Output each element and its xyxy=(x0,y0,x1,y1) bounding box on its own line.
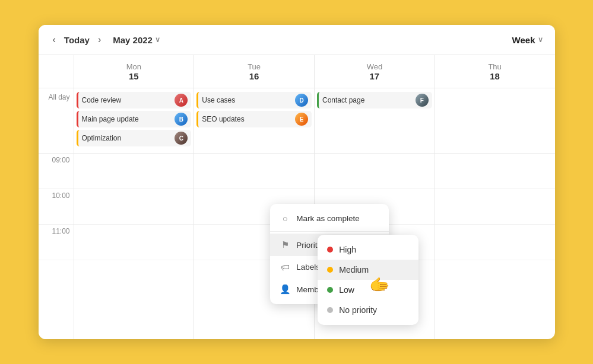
check-circle-icon: ○ xyxy=(280,213,290,223)
time-day-col-thu xyxy=(435,154,555,339)
day-name-tue: Tue xyxy=(248,62,261,71)
time-cell-wed-9 xyxy=(315,154,435,189)
day-name-wed: Wed xyxy=(367,62,383,71)
allday-label: All day xyxy=(39,88,74,154)
ctx-mark-complete[interactable]: ○ Mark as complete xyxy=(270,207,389,229)
avatar-1: A xyxy=(175,94,188,107)
priority-medium[interactable]: Medium xyxy=(318,260,418,280)
day-col-thu xyxy=(435,88,555,153)
event-seo-updates[interactable]: SEO updates E xyxy=(196,111,312,127)
days-area: Mon 15 Tue 16 Wed 17 Thu 18 xyxy=(74,55,555,339)
time-cell-thu-10 xyxy=(435,189,555,225)
day-name-thu: Thu xyxy=(488,62,501,71)
label-icon: 🏷 xyxy=(280,262,290,272)
time-slot-9: 09:00 xyxy=(39,154,74,189)
day-header-mon: Mon 15 xyxy=(74,55,195,88)
flag-icon: ⚑ xyxy=(280,240,290,250)
calendar-body: All day 09:00 10:00 11:00 Mon 15 Tue 16 xyxy=(39,55,555,339)
avatar-use-cases: D xyxy=(295,94,308,107)
time-header xyxy=(39,55,74,88)
week-label: Week xyxy=(512,35,535,45)
days-header: Mon 15 Tue 16 Wed 17 Thu 18 xyxy=(74,55,555,88)
today-button[interactable]: Today xyxy=(62,34,92,46)
person-icon: 👤 xyxy=(280,284,290,295)
day-header-wed: Wed 17 xyxy=(315,55,435,88)
priority-high-label: High xyxy=(339,245,356,254)
avatar-5: C xyxy=(175,132,188,145)
time-cell-mon-11 xyxy=(74,225,194,260)
day-name-mon: Mon xyxy=(126,62,141,71)
toolbar: ‹ Today › May 2022 ∨ Week ∨ xyxy=(39,25,555,55)
event-title: Main page update xyxy=(82,115,139,123)
event-main-page[interactable]: Main page update B xyxy=(77,111,192,127)
time-day-col-mon xyxy=(74,154,195,339)
avatar-contact: F xyxy=(416,94,429,107)
time-cell-thu-11 xyxy=(435,225,555,260)
day-col-wed: Contact page F xyxy=(315,88,435,153)
day-col-mon: Code review A Main page update B Optimiz… xyxy=(74,88,195,153)
priority-none-label: No priority xyxy=(339,305,377,315)
allday-row: Code review A Main page update B Optimiz… xyxy=(74,88,555,154)
day-num-wed: 17 xyxy=(370,71,380,81)
event-contact-page[interactable]: Contact page F xyxy=(317,92,432,108)
month-label: May 2022 xyxy=(113,35,153,45)
dot-low xyxy=(327,287,333,293)
day-header-thu: Thu 18 xyxy=(435,55,555,88)
event-title: Code review xyxy=(82,96,122,104)
week-view-button[interactable]: Week ∨ xyxy=(512,35,543,45)
dot-none xyxy=(327,307,333,313)
prev-button[interactable]: ‹ xyxy=(50,33,58,46)
time-column: All day 09:00 10:00 11:00 xyxy=(39,55,74,339)
time-cell-mon-9 xyxy=(74,154,194,189)
week-dropdown-icon: ∨ xyxy=(538,36,543,44)
event-title: SEO updates xyxy=(202,115,244,123)
ctx-labels-label: Labels xyxy=(296,263,320,272)
event-optimization[interactable]: Optimization C xyxy=(77,130,192,146)
toolbar-right: Week ∨ xyxy=(512,35,543,45)
time-cell-tue-9 xyxy=(194,154,314,189)
event-title: Optimization xyxy=(82,134,122,142)
ctx-mark-complete-label: Mark as complete xyxy=(296,214,360,223)
time-slots: 09:00 10:00 11:00 xyxy=(39,154,74,260)
avatar-2: B xyxy=(175,113,188,126)
day-num-thu: 18 xyxy=(490,71,500,81)
day-num-tue: 16 xyxy=(249,71,259,81)
day-num-mon: 15 xyxy=(129,71,139,81)
ctx-divider-1 xyxy=(270,231,389,232)
event-title: Use cases xyxy=(202,96,235,104)
calendar-container: ‹ Today › May 2022 ∨ Week ∨ All day 09:0… xyxy=(39,25,555,339)
event-use-cases[interactable]: Use cases D xyxy=(196,92,312,108)
next-button[interactable]: › xyxy=(96,33,103,46)
time-cell-thu-9 xyxy=(435,154,555,189)
day-header-tue: Tue 16 xyxy=(194,55,315,88)
dot-medium xyxy=(327,267,333,273)
toolbar-left: ‹ Today › May 2022 ∨ xyxy=(50,33,160,46)
priority-none[interactable]: No priority xyxy=(318,300,418,320)
time-slot-10: 10:00 xyxy=(39,189,74,225)
time-cell-mon-10 xyxy=(74,189,194,225)
priority-submenu: High Medium Low No priority xyxy=(318,235,418,325)
avatar-seo: E xyxy=(295,113,308,126)
month-dropdown-icon: ∨ xyxy=(155,36,160,44)
day-col-tue: Use cases D SEO updates E ○ Mark as comp… xyxy=(194,88,315,153)
event-title: Contact page xyxy=(322,96,364,104)
event-code-review[interactable]: Code review A xyxy=(77,92,192,108)
priority-medium-label: Medium xyxy=(339,265,369,274)
priority-low-label: Low xyxy=(339,285,354,295)
dot-high xyxy=(327,247,333,253)
month-selector[interactable]: May 2022 ∨ xyxy=(113,35,160,45)
priority-low[interactable]: Low xyxy=(318,280,418,300)
priority-high[interactable]: High xyxy=(318,240,418,260)
time-slot-11: 11:00 xyxy=(39,225,74,260)
